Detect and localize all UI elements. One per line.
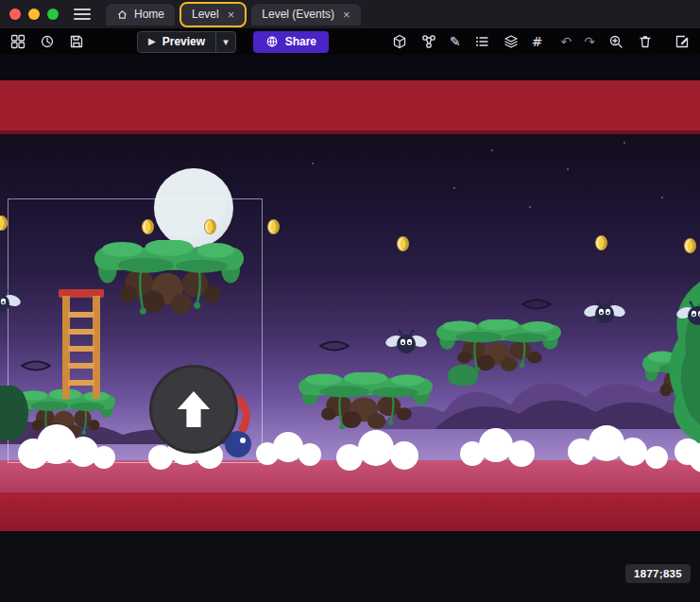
red-banner-top	[0, 80, 700, 134]
coin-object[interactable]	[142, 219, 154, 234]
undo-icon[interactable]: ↶	[561, 35, 572, 48]
globe-icon	[265, 35, 279, 48]
bat-enemy-object[interactable]	[584, 299, 625, 327]
coin-object[interactable]	[684, 238, 696, 253]
titlebar: Home Level × Level (Events) ×	[0, 0, 700, 28]
maximize-window-button[interactable]	[47, 9, 59, 20]
tab-level[interactable]: Level ×	[181, 4, 245, 26]
clouds[interactable]	[0, 404, 700, 475]
ufo-object[interactable]	[521, 299, 552, 310]
play-icon: ▶	[148, 37, 156, 46]
grid-icon[interactable]: #	[532, 35, 543, 48]
pencil-icon[interactable]: ✎	[450, 35, 461, 48]
tab-level-events[interactable]: Level (Events) ×	[251, 4, 360, 26]
coin-object[interactable]	[397, 236, 409, 251]
toolbar: ▶ Preview ▾ Share ✎	[0, 28, 700, 55]
bat-enemy-object[interactable]	[676, 301, 700, 329]
ladder-object[interactable]	[60, 289, 102, 399]
cursor-coordinates: 1877;835	[625, 564, 691, 583]
tab-home[interactable]: Home	[106, 4, 175, 26]
moon-object[interactable]	[154, 168, 233, 248]
scene-top-strip	[0, 55, 700, 80]
share-label: Share	[285, 35, 316, 48]
toolbar-left-group	[9, 33, 85, 50]
red-ground-band	[0, 492, 700, 531]
share-button[interactable]: Share	[253, 31, 329, 53]
coin-object[interactable]	[204, 219, 216, 234]
preview-options-chevron-icon[interactable]: ▾	[215, 32, 235, 52]
toolbar-right-group: ✎ # ↶ ↷	[391, 33, 691, 50]
platform-island[interactable]	[94, 240, 244, 329]
object-groups-icon[interactable]	[420, 33, 437, 50]
coin-object[interactable]	[595, 235, 607, 250]
tab-label: Home	[134, 8, 164, 21]
tab-label: Level (Events)	[262, 8, 334, 21]
close-tab-icon[interactable]: ×	[228, 8, 235, 22]
close-window-button[interactable]	[9, 9, 21, 20]
trash-icon[interactable]	[637, 33, 654, 50]
edit-events-icon[interactable]	[674, 33, 691, 50]
tab-bar: Home Level × Level (Events) ×	[106, 0, 361, 28]
objects-list-icon[interactable]	[473, 33, 490, 50]
toolbar-center-group: ▶ Preview ▾ Share	[137, 31, 329, 53]
scene-editor-canvas[interactable]	[0, 55, 700, 531]
panels-icon[interactable]	[9, 33, 26, 50]
jump-control-button[interactable]	[149, 365, 238, 454]
app-window: Home Level × Level (Events) ×	[0, 0, 700, 602]
save-icon[interactable]	[68, 33, 85, 50]
preview-label: Preview	[162, 35, 205, 48]
bush-object[interactable]	[448, 365, 478, 386]
ufo-object[interactable]	[21, 360, 51, 371]
menu-icon[interactable]	[74, 9, 91, 20]
layers-icon[interactable]	[503, 33, 520, 50]
window-controls	[9, 9, 59, 20]
up-arrow-icon	[176, 389, 212, 429]
history-icon[interactable]	[39, 33, 56, 50]
bat-enemy-object[interactable]	[0, 288, 21, 317]
zoom-in-icon[interactable]	[607, 33, 624, 50]
redo-icon[interactable]: ↷	[584, 35, 595, 48]
3d-cube-icon[interactable]	[391, 33, 408, 50]
ufo-object[interactable]	[319, 340, 350, 352]
preview-button[interactable]: ▶ Preview ▾	[137, 31, 236, 53]
bat-enemy-object[interactable]	[385, 329, 427, 357]
coin-object[interactable]	[267, 219, 280, 234]
home-icon	[116, 9, 128, 21]
minimize-window-button[interactable]	[28, 9, 40, 20]
close-tab-icon[interactable]: ×	[343, 8, 350, 22]
tab-label: Level	[192, 8, 219, 21]
